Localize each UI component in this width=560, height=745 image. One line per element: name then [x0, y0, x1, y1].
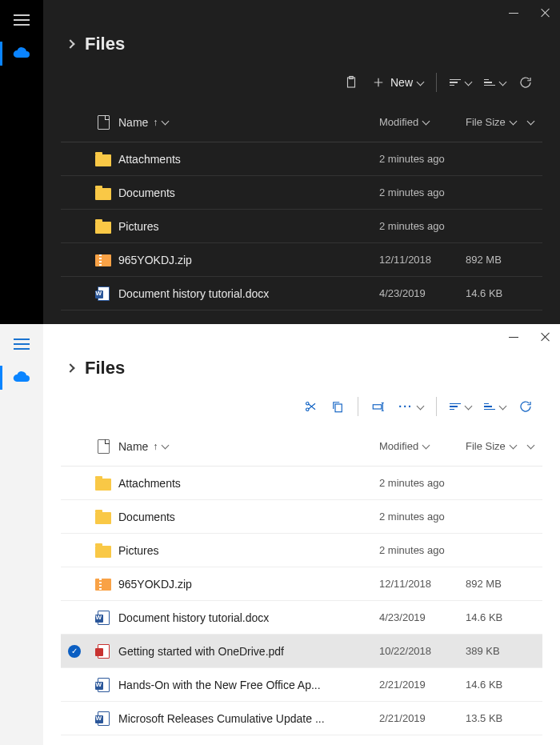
cut-button[interactable]: [303, 399, 318, 414]
table-row[interactable]: Microsoft Releases Cumulative Update ...…: [61, 702, 542, 735]
hamburger-icon[interactable]: [14, 14, 30, 26]
chevron-right-icon: [66, 39, 74, 48]
window-dark: Files New: [0, 0, 560, 324]
table-row[interactable]: Pictures2 minutes ago: [61, 534, 542, 567]
folder-icon: [95, 154, 111, 166]
file-name: 965YOKDJ.zip: [118, 254, 379, 266]
sort-asc-icon: [450, 403, 461, 411]
plus-icon: [371, 75, 386, 90]
new-label: New: [390, 76, 413, 89]
file-size: 892 MB: [466, 578, 528, 590]
file-name: Documents: [118, 186, 379, 199]
file-size: 13.5 KB: [466, 712, 528, 724]
titlebar: [43, 0, 560, 26]
refresh-button[interactable]: [518, 399, 533, 414]
table-row[interactable]: Documents2 minutes ago: [61, 176, 542, 210]
table-body: Attachments2 minutes agoDocuments2 minut…: [61, 142, 542, 310]
table-header: Name ↑ Modified File Size: [61, 427, 542, 467]
copy-button[interactable]: [330, 399, 345, 414]
svg-rect-5: [374, 405, 382, 409]
file-name: Documents: [118, 511, 379, 523]
table-row[interactable]: Document history tutorial.docx4/23/20191…: [61, 601, 542, 635]
column-name[interactable]: Name ↑: [118, 440, 379, 453]
table-header: Name ↑ Modified File Size: [61, 102, 542, 142]
chevron-down-icon: [527, 118, 535, 126]
minimize-button[interactable]: [509, 8, 518, 18]
refresh-icon: [518, 75, 533, 90]
chevron-down-icon: [422, 118, 430, 126]
chevron-down-icon: [509, 442, 517, 450]
check-icon[interactable]: ✓: [68, 645, 81, 658]
sort-button[interactable]: [450, 79, 471, 86]
chevron-down-icon: [465, 78, 473, 86]
table-row[interactable]: ✓Getting started with OneDrive.pdf10/22/…: [61, 635, 542, 668]
refresh-button[interactable]: [518, 75, 533, 90]
table-row[interactable]: 965YOKDJ.zip12/11/2018892 MB: [61, 243, 542, 277]
column-more[interactable]: [528, 443, 542, 450]
column-modified[interactable]: Modified: [379, 116, 466, 128]
more-icon: ···: [398, 400, 413, 413]
file-name: Microsoft Releases Cumulative Update ...: [118, 712, 379, 725]
column-name[interactable]: Name ↑: [118, 116, 379, 129]
chevron-down-icon: [422, 442, 430, 450]
chevron-down-icon: [499, 402, 507, 410]
separator: [358, 397, 358, 416]
titlebar: [43, 324, 560, 350]
column-more[interactable]: [528, 118, 542, 126]
sort-desc-icon: [484, 79, 495, 86]
close-button[interactable]: [541, 8, 550, 18]
file-size: 14.6 KB: [466, 287, 528, 299]
sort-button[interactable]: [450, 403, 471, 411]
new-button[interactable]: New: [371, 75, 423, 90]
word-icon: [98, 286, 110, 301]
minimize-button[interactable]: [509, 332, 518, 342]
arrow-up-icon: ↑: [153, 117, 158, 128]
column-modified[interactable]: Modified: [379, 440, 466, 452]
breadcrumb[interactable]: Files: [43, 26, 560, 62]
sidebar-item-onedrive[interactable]: [0, 359, 43, 396]
copy-icon: [330, 399, 345, 414]
close-button[interactable]: [541, 332, 550, 342]
chevron-down-icon: [417, 78, 425, 86]
file-name: Attachments: [118, 153, 379, 166]
column-size[interactable]: File Size: [466, 116, 528, 128]
scissors-icon: [303, 399, 318, 414]
more-button[interactable]: ···: [398, 400, 423, 413]
file-table: Name ↑ Modified File Size Attachments2 m…: [43, 102, 560, 310]
file-modified: 2/21/2019: [379, 679, 466, 691]
file-name: Attachments: [118, 477, 379, 490]
table-row[interactable]: Pictures2 minutes ago: [61, 210, 542, 243]
group-button[interactable]: [484, 79, 506, 86]
table-row[interactable]: Document history tutorial.docx4/23/20191…: [61, 277, 542, 310]
paste-button[interactable]: [344, 75, 358, 90]
column-size[interactable]: File Size: [466, 440, 528, 452]
table-row[interactable]: Documents2 minutes ago: [61, 500, 542, 534]
file-icon: [98, 115, 110, 130]
rename-button[interactable]: [371, 399, 386, 414]
file-name: Document history tutorial.docx: [118, 611, 379, 624]
file-size: 14.6 KB: [466, 679, 528, 691]
file-modified: 12/11/2018: [379, 578, 466, 590]
table-row[interactable]: Hands-On with the New Free Office Ap...2…: [61, 668, 542, 702]
command-bar: New: [43, 62, 560, 102]
main-area: Files New: [43, 0, 560, 324]
hamburger-icon[interactable]: [14, 338, 30, 350]
page-title: Files: [85, 358, 125, 379]
file-name: Pictures: [118, 220, 379, 233]
file-modified: 2 minutes ago: [379, 186, 466, 198]
separator: [436, 397, 437, 416]
breadcrumb[interactable]: Files: [43, 350, 560, 387]
group-button[interactable]: [484, 403, 506, 411]
chevron-down-icon: [417, 402, 425, 410]
sidebar: [0, 0, 43, 324]
table-row[interactable]: 965YOKDJ.zip12/11/2018892 MB: [61, 567, 542, 601]
chevron-right-icon: [66, 363, 74, 372]
table-row[interactable]: Attachments2 minutes ago: [61, 142, 542, 176]
file-modified: 10/22/2018: [379, 645, 466, 657]
sidebar-item-onedrive[interactable]: [0, 35, 43, 72]
word-icon: [98, 611, 110, 625]
table-row[interactable]: Attachments2 minutes ago: [61, 467, 542, 500]
word-icon: [98, 678, 110, 692]
zip-icon: [95, 254, 111, 266]
file-modified: 2 minutes ago: [379, 153, 466, 165]
